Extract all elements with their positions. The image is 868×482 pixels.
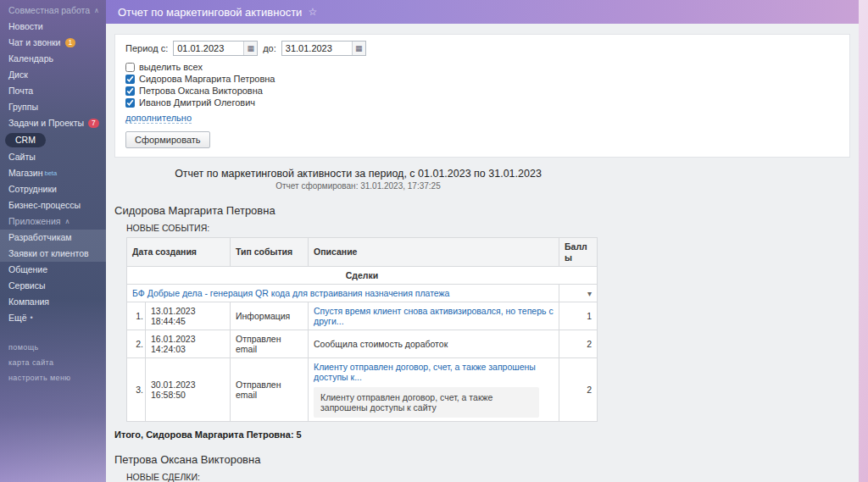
filter-checkbox-ivanov[interactable]: Иванов Дмитрий Олегович [125, 97, 839, 108]
sidebar-item-sites[interactable]: Сайты [0, 149, 106, 165]
report-filter-panel: Период с: ▦ до: ▦ выделить всехСидорова … [114, 34, 850, 158]
sidebar-item-business-processes[interactable]: Бизнес-процессы [0, 197, 106, 213]
events-table: Дата созданияТип событияОписаниеБаллыСде… [126, 237, 598, 422]
sidebar-item-chat-calls[interactable]: Чат и звонки1 [0, 35, 106, 51]
event-type-cell: Отправлен email [231, 330, 309, 358]
sidebar-footer-link-help[interactable]: помощь [0, 340, 106, 355]
sidebar-item-label: Ещё [8, 313, 26, 324]
sidebar-item-label: Совместная работа [8, 5, 90, 16]
sidebar-item-label: Группы [8, 102, 38, 113]
date-to-input[interactable] [282, 42, 352, 55]
sidebar-item-employees[interactable]: Сотрудники [0, 181, 106, 197]
event-date-cell: 13.01.2023 18:44:45 [146, 302, 231, 330]
sidebar-item-tasks-projects[interactable]: Задачи и Проекты7 [0, 115, 106, 131]
event-description-link[interactable]: Спустя время клиент снова активизировалс… [314, 306, 554, 326]
report-sections: Сидорова Маргарита ПетровнаНОВЫЕ СОБЫТИЯ… [114, 204, 850, 482]
filter-checkbox-petrova[interactable]: Петрова Оксана Викторовна [125, 85, 839, 97]
participants-checkbox-list: выделить всехСидорова Маргарита Петровна… [125, 61, 839, 108]
sidebar-item-label: Диск [8, 69, 28, 80]
event-row: 3.30.01.2023 16:58:50Отправлен emailКлие… [127, 358, 598, 422]
section-total: Итого, Сидорова Маргарита Петровна: 5 [114, 429, 850, 440]
additional-options-link[interactable]: дополнительно [125, 113, 192, 124]
filter-checkbox-sidorova[interactable]: Сидорова Маргарита Петровна [125, 73, 839, 85]
sidebar-item-suffix: beta [45, 168, 58, 179]
date-from-input[interactable] [174, 42, 243, 55]
sidebar-item-label: Почта [8, 86, 33, 97]
sidebar-item-news[interactable]: Новости [0, 19, 106, 35]
sidebar-footer-link-configure-menu[interactable]: настроить меню [0, 370, 106, 385]
sidebar-item-calendar[interactable]: Календарь [0, 51, 106, 67]
generate-report-button[interactable]: Сформировать [125, 131, 210, 148]
event-date-cell: 16.01.2023 14:24:03 [146, 330, 231, 358]
section-heading: Петрова Оксана Викторовна [114, 453, 850, 466]
event-type-cell: Отправлен email [231, 358, 309, 422]
checkbox-input-petrova[interactable] [125, 86, 135, 96]
checkbox-label: Иванов Дмитрий Олегович [139, 97, 255, 108]
event-description-link[interactable]: Клиенту отправлен договор, счет, а также… [314, 362, 536, 382]
sidebar-item-company[interactable]: Компания [0, 294, 106, 310]
sidebar-item-suffix: • [30, 313, 32, 324]
calendar-icon[interactable]: ▦ [352, 42, 365, 55]
points-cell: 2 [559, 330, 598, 358]
sidebar-item-label: Сотрудники [8, 184, 57, 195]
sidebar-item-crm[interactable]: CRM [5, 133, 46, 147]
report-generated-timestamp: Отчет сформирован: 31.01.2023, 17:37:25 [114, 181, 602, 191]
sidebar-item-more[interactable]: Ещё• [0, 310, 106, 326]
points-cell: 1 [559, 302, 598, 330]
event-quote-box: Клиенту отправлен договор, счет, а также… [314, 387, 539, 418]
deal-group-header: Сделки [127, 267, 598, 285]
sidebar: Совместная работа∧НовостиЧат и звонки1Ка… [0, 0, 106, 482]
checkbox-input-select-all[interactable] [125, 63, 135, 72]
report-section: Петрова Оксана ВикторовнаНОВЫЕ СДЕЛКИ:Да… [114, 453, 850, 482]
chevron-up-icon: ∧ [94, 5, 99, 16]
chevron-up-icon: ∧ [64, 216, 70, 227]
sidebar-item-groups[interactable]: Группы [0, 99, 106, 115]
points-cell: 2 [559, 358, 598, 422]
section-subheading: НОВЫЕ СОБЫТИЯ: [126, 223, 850, 233]
sidebar-item-label: Сайты [8, 152, 36, 163]
column-header: Баллы [559, 238, 598, 267]
row-number-cell: 2. [127, 330, 146, 358]
sidebar-item-disk[interactable]: Диск [0, 67, 106, 83]
page-header: Отчет по маркетинговой активности ☆ [106, 0, 859, 24]
collapse-chevron-icon[interactable]: ▾ [587, 289, 592, 298]
app-root: Совместная работа∧НовостиЧат и звонки1Ка… [0, 0, 868, 482]
sidebar-item-collaboration[interactable]: Совместная работа∧ [0, 3, 106, 19]
section-heading: Сидорова Маргарита Петровна [114, 204, 850, 217]
event-description-text: Сообщила стоимость доработок [314, 339, 448, 349]
filter-checkbox-select-all[interactable]: выделить всех [125, 61, 839, 73]
deal-link[interactable]: БФ Добрые дела - генерация QR кода для в… [132, 288, 449, 298]
sidebar-item-label: Новости [8, 21, 43, 32]
sidebar-item-communication[interactable]: Общение [0, 262, 106, 278]
sidebar-item-label: Приложения [8, 216, 60, 227]
sidebar-footer-link-sitemap[interactable]: карта сайта [0, 355, 106, 370]
sidebar-item-services[interactable]: Сервисы [0, 278, 106, 294]
notification-badge: 7 [88, 119, 99, 128]
date-from-field: ▦ [173, 41, 258, 56]
checkbox-input-sidorova[interactable] [125, 75, 135, 84]
sidebar-item-label: Заявки от клиентов [8, 248, 89, 259]
sidebar-footer: помощькарта сайтанастроить меню [0, 340, 106, 385]
sidebar-item-developers[interactable]: Разработчикам [0, 230, 106, 246]
favorite-star-icon[interactable]: ☆ [308, 6, 317, 18]
notification-badge: 1 [65, 38, 76, 47]
sidebar-item-label: Общение [8, 264, 47, 275]
sidebar-item-mail[interactable]: Почта [0, 83, 106, 99]
sidebar-item-label: Компания [8, 296, 49, 307]
checkbox-label: Петрова Оксана Викторовна [139, 85, 263, 97]
sidebar-item-label: Разработчикам [8, 232, 72, 243]
content-area: Период с: ▦ до: ▦ выделить всехСидорова … [106, 24, 859, 482]
event-type-cell: Информация [231, 302, 309, 330]
sidebar-item-client-requests[interactable]: Заявки от клиентов [0, 246, 106, 262]
deal-name-cell: БФ Добрые дела - генерация QR кода для в… [127, 285, 559, 302]
sidebar-item-label: Чат и звонки [8, 37, 61, 48]
checkbox-input-ivanov[interactable] [125, 98, 135, 108]
event-description-cell: Клиенту отправлен договор, счет, а также… [309, 358, 559, 422]
sidebar-item-label: Календарь [8, 53, 53, 64]
sidebar-item-applications[interactable]: Приложения∧ [0, 213, 106, 230]
sidebar-item-label: Бизнес-процессы [8, 200, 81, 211]
calendar-icon[interactable]: ▦ [243, 42, 257, 55]
page-title: Отчет по маркетинговой активности [118, 6, 302, 19]
event-description-cell: Сообщила стоимость доработок [309, 330, 559, 358]
sidebar-item-store[interactable]: Магазинbeta [0, 165, 106, 181]
